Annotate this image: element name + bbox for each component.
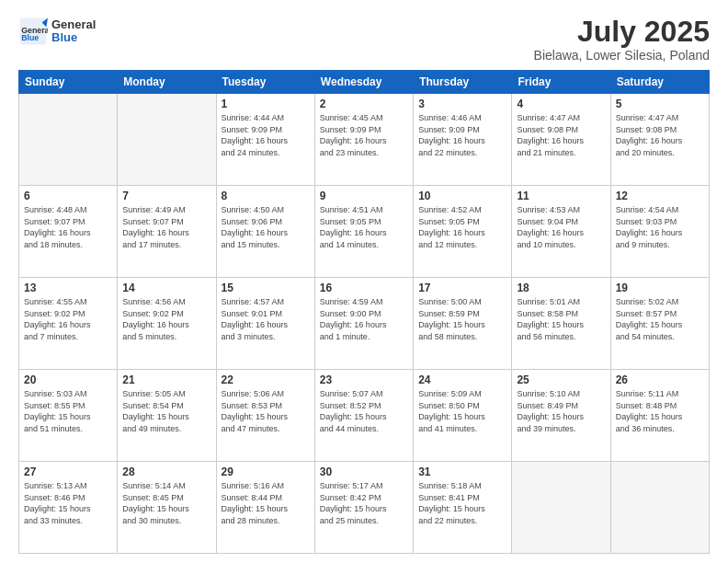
col-monday: Monday xyxy=(118,71,216,94)
calendar-cell: 20Sunrise: 5:03 AM Sunset: 8:55 PM Dayli… xyxy=(19,370,118,462)
day-info: Sunrise: 5:13 AM Sunset: 8:46 PM Dayligh… xyxy=(24,480,112,526)
day-info: Sunrise: 4:45 AM Sunset: 9:09 PM Dayligh… xyxy=(320,112,408,158)
day-info: Sunrise: 5:01 AM Sunset: 8:58 PM Dayligh… xyxy=(517,296,605,342)
day-info: Sunrise: 5:14 AM Sunset: 8:45 PM Dayligh… xyxy=(122,480,210,526)
col-friday: Friday xyxy=(512,71,610,94)
calendar-cell: 12Sunrise: 4:54 AM Sunset: 9:03 PM Dayli… xyxy=(610,186,709,278)
calendar-cell: 30Sunrise: 5:17 AM Sunset: 8:42 PM Dayli… xyxy=(314,462,413,554)
svg-text:Blue: Blue xyxy=(21,33,39,42)
header: General Blue General Blue July 2025 Biel… xyxy=(18,17,710,63)
calendar-cell: 15Sunrise: 4:57 AM Sunset: 9:01 PM Dayli… xyxy=(216,278,314,370)
day-number: 2 xyxy=(320,98,408,110)
calendar-cell: 2Sunrise: 4:45 AM Sunset: 9:09 PM Daylig… xyxy=(314,94,413,186)
calendar-cell: 18Sunrise: 5:01 AM Sunset: 8:58 PM Dayli… xyxy=(512,278,610,370)
day-number: 9 xyxy=(320,190,408,202)
calendar-cell xyxy=(610,462,709,554)
day-info: Sunrise: 4:49 AM Sunset: 9:07 PM Dayligh… xyxy=(122,204,210,250)
day-number: 19 xyxy=(616,282,704,294)
calendar-cell: 10Sunrise: 4:52 AM Sunset: 9:05 PM Dayli… xyxy=(414,186,512,278)
calendar-cell: 4Sunrise: 4:47 AM Sunset: 9:08 PM Daylig… xyxy=(512,94,610,186)
day-number: 28 xyxy=(122,465,210,478)
calendar-cell xyxy=(19,94,118,186)
logo-line2: Blue xyxy=(51,31,96,44)
day-info: Sunrise: 5:06 AM Sunset: 8:53 PM Dayligh… xyxy=(222,388,310,434)
calendar-cell: 25Sunrise: 5:10 AM Sunset: 8:49 PM Dayli… xyxy=(512,370,610,462)
col-saturday: Saturday xyxy=(610,71,709,94)
day-info: Sunrise: 4:47 AM Sunset: 9:08 PM Dayligh… xyxy=(616,112,704,158)
day-info: Sunrise: 4:51 AM Sunset: 9:05 PM Dayligh… xyxy=(320,204,408,250)
day-info: Sunrise: 5:09 AM Sunset: 8:50 PM Dayligh… xyxy=(418,388,506,434)
logo-text: General Blue xyxy=(51,18,96,45)
calendar-week-4: 20Sunrise: 5:03 AM Sunset: 8:55 PM Dayli… xyxy=(19,370,710,462)
day-info: Sunrise: 5:10 AM Sunset: 8:49 PM Dayligh… xyxy=(517,388,605,434)
calendar-cell: 19Sunrise: 5:02 AM Sunset: 8:57 PM Dayli… xyxy=(610,278,709,370)
logo-icon: General Blue xyxy=(18,17,48,46)
day-info: Sunrise: 5:03 AM Sunset: 8:55 PM Dayligh… xyxy=(24,388,112,434)
day-number: 12 xyxy=(616,190,704,202)
day-number: 26 xyxy=(616,373,704,386)
day-info: Sunrise: 4:53 AM Sunset: 9:04 PM Dayligh… xyxy=(517,204,605,250)
calendar-cell: 27Sunrise: 5:13 AM Sunset: 8:46 PM Dayli… xyxy=(19,462,118,554)
day-info: Sunrise: 5:05 AM Sunset: 8:54 PM Dayligh… xyxy=(122,388,210,434)
day-number: 1 xyxy=(222,98,310,110)
calendar-cell: 23Sunrise: 5:07 AM Sunset: 8:52 PM Dayli… xyxy=(314,370,413,462)
col-tuesday: Tuesday xyxy=(216,71,314,94)
day-number: 13 xyxy=(24,282,112,294)
day-info: Sunrise: 4:55 AM Sunset: 9:02 PM Dayligh… xyxy=(24,296,112,342)
col-wednesday: Wednesday xyxy=(314,71,413,94)
calendar-cell: 28Sunrise: 5:14 AM Sunset: 8:45 PM Dayli… xyxy=(118,462,216,554)
day-info: Sunrise: 5:02 AM Sunset: 8:57 PM Dayligh… xyxy=(616,296,704,342)
calendar-cell: 13Sunrise: 4:55 AM Sunset: 9:02 PM Dayli… xyxy=(19,278,118,370)
title-block: July 2025 Bielawa, Lower Silesia, Poland xyxy=(534,17,710,63)
calendar-week-1: 1Sunrise: 4:44 AM Sunset: 9:09 PM Daylig… xyxy=(19,94,710,186)
day-number: 5 xyxy=(616,98,704,110)
day-info: Sunrise: 4:48 AM Sunset: 9:07 PM Dayligh… xyxy=(24,204,112,250)
month-title: July 2025 xyxy=(534,17,710,46)
calendar-table: Sunday Monday Tuesday Wednesday Thursday… xyxy=(18,70,710,554)
day-info: Sunrise: 4:47 AM Sunset: 9:08 PM Dayligh… xyxy=(517,112,605,158)
calendar-cell: 8Sunrise: 4:50 AM Sunset: 9:06 PM Daylig… xyxy=(216,186,314,278)
day-info: Sunrise: 4:56 AM Sunset: 9:02 PM Dayligh… xyxy=(122,296,210,342)
day-number: 11 xyxy=(517,190,605,202)
calendar-cell: 11Sunrise: 4:53 AM Sunset: 9:04 PM Dayli… xyxy=(512,186,610,278)
page: General Blue General Blue July 2025 Biel… xyxy=(0,0,728,563)
day-number: 30 xyxy=(320,465,408,478)
calendar-cell: 24Sunrise: 5:09 AM Sunset: 8:50 PM Dayli… xyxy=(414,370,512,462)
calendar-week-3: 13Sunrise: 4:55 AM Sunset: 9:02 PM Dayli… xyxy=(19,278,710,370)
day-number: 3 xyxy=(418,98,506,110)
calendar-cell: 7Sunrise: 4:49 AM Sunset: 9:07 PM Daylig… xyxy=(118,186,216,278)
day-number: 20 xyxy=(24,373,112,386)
day-number: 8 xyxy=(222,190,310,202)
day-number: 24 xyxy=(418,373,506,386)
day-number: 21 xyxy=(122,373,210,386)
day-info: Sunrise: 5:07 AM Sunset: 8:52 PM Dayligh… xyxy=(320,388,408,434)
day-number: 7 xyxy=(122,190,210,202)
col-sunday: Sunday xyxy=(19,71,118,94)
day-number: 29 xyxy=(222,465,310,478)
calendar-cell: 9Sunrise: 4:51 AM Sunset: 9:05 PM Daylig… xyxy=(314,186,413,278)
day-number: 23 xyxy=(320,373,408,386)
calendar-cell: 17Sunrise: 5:00 AM Sunset: 8:59 PM Dayli… xyxy=(414,278,512,370)
calendar-cell: 14Sunrise: 4:56 AM Sunset: 9:02 PM Dayli… xyxy=(118,278,216,370)
day-info: Sunrise: 4:52 AM Sunset: 9:05 PM Dayligh… xyxy=(418,204,506,250)
day-number: 14 xyxy=(122,282,210,294)
day-info: Sunrise: 4:50 AM Sunset: 9:06 PM Dayligh… xyxy=(222,204,310,250)
calendar-cell xyxy=(512,462,610,554)
day-info: Sunrise: 5:00 AM Sunset: 8:59 PM Dayligh… xyxy=(418,296,506,342)
calendar-cell: 22Sunrise: 5:06 AM Sunset: 8:53 PM Dayli… xyxy=(216,370,314,462)
calendar-cell: 29Sunrise: 5:16 AM Sunset: 8:44 PM Dayli… xyxy=(216,462,314,554)
calendar-week-5: 27Sunrise: 5:13 AM Sunset: 8:46 PM Dayli… xyxy=(19,462,710,554)
calendar-cell: 6Sunrise: 4:48 AM Sunset: 9:07 PM Daylig… xyxy=(19,186,118,278)
day-number: 18 xyxy=(517,282,605,294)
day-info: Sunrise: 5:16 AM Sunset: 8:44 PM Dayligh… xyxy=(222,480,310,526)
col-thursday: Thursday xyxy=(414,71,512,94)
calendar-cell: 31Sunrise: 5:18 AM Sunset: 8:41 PM Dayli… xyxy=(414,462,512,554)
logo: General Blue General Blue xyxy=(18,17,96,46)
day-number: 17 xyxy=(418,282,506,294)
subtitle: Bielawa, Lower Silesia, Poland xyxy=(534,48,710,63)
day-info: Sunrise: 5:11 AM Sunset: 8:48 PM Dayligh… xyxy=(616,388,704,434)
calendar-cell: 5Sunrise: 4:47 AM Sunset: 9:08 PM Daylig… xyxy=(610,94,709,186)
day-number: 4 xyxy=(517,98,605,110)
day-number: 25 xyxy=(517,373,605,386)
day-info: Sunrise: 4:46 AM Sunset: 9:09 PM Dayligh… xyxy=(418,112,506,158)
